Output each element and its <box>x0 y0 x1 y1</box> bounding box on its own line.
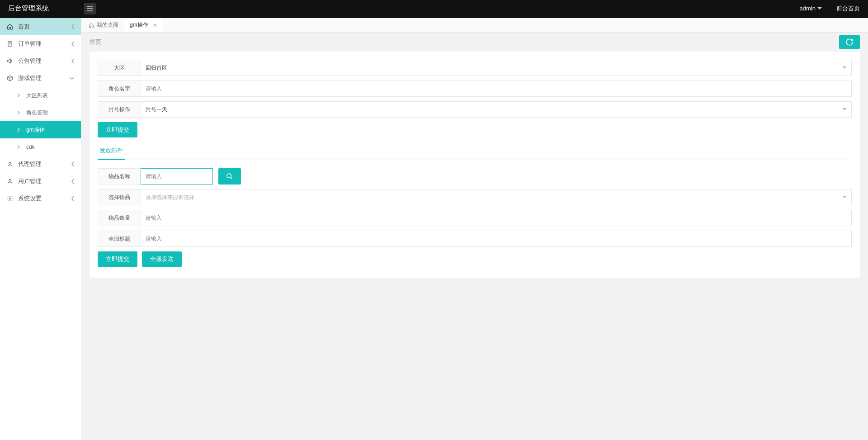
close-icon[interactable]: ✕ <box>153 22 157 28</box>
svg-point-1 <box>9 162 11 164</box>
tab-bar: 我的桌面 gm操作 ✕ <box>81 18 868 33</box>
main-area: 我的桌面 gm操作 ✕ 首页 大区 回归首区 角色名字 <box>81 18 868 440</box>
sidebar-item-label: 首页 <box>18 23 30 31</box>
chevron-right-icon <box>17 128 23 132</box>
user-icon <box>6 161 14 167</box>
tab-label: 我的桌面 <box>97 21 118 29</box>
row-title: 全服标题 <box>98 231 852 247</box>
tab-send-mail[interactable]: 发放邮件 <box>98 147 125 160</box>
sidebar-item-label: 代理管理 <box>18 160 42 168</box>
chevron-left-icon <box>71 161 75 167</box>
row-ban: 封号操作 封号一天 <box>98 101 852 118</box>
row-item-qty: 物品数量 <box>98 210 852 226</box>
chevron-down-icon <box>69 76 75 80</box>
submit-button-2[interactable]: 立即提交 <box>98 251 137 267</box>
sidebar-item-home[interactable]: 首页 <box>0 18 81 35</box>
user-menu[interactable]: admin <box>793 0 828 18</box>
app-title: 后台管理系统 <box>0 4 81 13</box>
label-item-name: 物品名称 <box>98 168 141 185</box>
label-region: 大区 <box>98 60 141 76</box>
search-icon <box>226 173 233 180</box>
chevron-left-icon <box>71 41 75 47</box>
svg-point-3 <box>9 198 11 199</box>
svg-point-4 <box>227 174 231 178</box>
sidebar-subitem-label: gm操作 <box>26 126 45 134</box>
chevron-left-icon <box>71 196 75 201</box>
breadcrumb: 首页 <box>90 38 101 46</box>
sidebar-item-user[interactable]: 用户管理 <box>0 173 81 190</box>
cube-icon <box>6 75 14 81</box>
row-select-item: 选择物品 直接选择或搜索选择 <box>98 189 852 205</box>
sidebar-item-label: 用户管理 <box>18 177 42 185</box>
input-title[interactable] <box>146 231 847 246</box>
input-item-name[interactable] <box>146 169 208 184</box>
menu-icon <box>87 6 93 11</box>
sidebar-subitem-cdk[interactable]: cdk <box>0 138 81 156</box>
sidebar: 首页 订单管理 公告管理 游戏管理 大区列表 角色管理 gm操作 cdk 代理管… <box>0 18 81 440</box>
select-region[interactable]: 回归首区 <box>141 60 852 76</box>
submit-button-1[interactable]: 立即提交 <box>98 122 137 137</box>
sidebar-subitem-gm-op[interactable]: gm操作 <box>0 121 81 138</box>
label-select-item: 选择物品 <box>98 189 141 205</box>
sidebar-item-agent[interactable]: 代理管理 <box>0 156 81 173</box>
input-title-wrap <box>141 231 852 247</box>
svg-point-2 <box>9 179 11 181</box>
sidebar-subitem-region-list[interactable]: 大区列表 <box>0 87 81 104</box>
sidebar-item-game[interactable]: 游戏管理 <box>0 70 81 87</box>
chevron-left-icon <box>71 24 75 29</box>
sidebar-item-orders[interactable]: 订单管理 <box>0 35 81 52</box>
sidebar-item-label: 系统设置 <box>18 194 42 203</box>
document-icon <box>6 41 14 47</box>
chevron-right-icon <box>17 93 23 98</box>
speaker-icon <box>6 58 14 64</box>
label-title: 全服标题 <box>98 231 141 247</box>
select-placeholder: 直接选择或搜索选择 <box>146 194 194 201</box>
tab-label: gm操作 <box>130 21 148 29</box>
sidebar-item-system[interactable]: 系统设置 <box>0 190 81 207</box>
topbar: 后台管理系统 admin 前台首页 <box>0 0 868 18</box>
label-item-qty: 物品数量 <box>98 210 141 226</box>
sidebar-item-label: 游戏管理 <box>18 74 42 82</box>
select-ban[interactable]: 封号一天 <box>141 101 852 118</box>
row-item-name: 物品名称 <box>98 168 852 185</box>
refresh-button[interactable] <box>839 35 860 49</box>
row-character: 角色名字 <box>98 80 852 97</box>
input-character[interactable] <box>146 81 847 96</box>
tab-desktop[interactable]: 我的桌面 <box>83 18 124 32</box>
chevron-left-icon <box>71 179 75 184</box>
caret-down-icon <box>842 108 847 111</box>
search-button[interactable] <box>218 168 241 185</box>
select-item[interactable]: 直接选择或搜索选择 <box>141 189 852 205</box>
sidebar-item-label: 订单管理 <box>18 40 42 48</box>
select-value: 封号一天 <box>146 106 167 114</box>
sidebar-subitem-label: cdk <box>26 144 35 150</box>
label-ban: 封号操作 <box>98 101 141 118</box>
front-home-label: 前台首页 <box>836 5 860 13</box>
user-icon <box>6 178 14 185</box>
select-value: 回归首区 <box>146 64 167 72</box>
input-item-name-wrap <box>141 168 213 185</box>
front-home-link[interactable]: 前台首页 <box>828 0 868 18</box>
sidebar-item-announce[interactable]: 公告管理 <box>0 52 81 70</box>
user-name: admin <box>800 5 816 12</box>
sidebar-item-label: 公告管理 <box>18 57 42 65</box>
chevron-right-icon <box>17 145 23 149</box>
chevron-left-icon <box>71 58 75 64</box>
tab-gm-op[interactable]: gm操作 ✕ <box>124 18 163 32</box>
inner-tab-bar: 发放邮件 <box>98 147 852 160</box>
sidebar-subitem-label: 角色管理 <box>26 109 48 117</box>
sidebar-subitem-role-mgmt[interactable]: 角色管理 <box>0 104 81 121</box>
caret-down-icon <box>817 7 822 10</box>
row-region: 大区 回归首区 <box>98 60 852 76</box>
input-item-qty[interactable] <box>146 210 847 226</box>
label-character: 角色名字 <box>98 80 141 97</box>
home-icon <box>6 24 14 30</box>
breadcrumb-row: 首页 <box>81 33 868 52</box>
chevron-right-icon <box>17 110 23 115</box>
sidebar-toggle-button[interactable] <box>84 3 96 14</box>
refresh-icon <box>845 38 854 46</box>
send-all-button[interactable]: 全服发送 <box>142 251 182 267</box>
input-character-wrap <box>141 80 852 97</box>
caret-down-icon <box>842 66 847 69</box>
input-item-qty-wrap <box>141 210 852 226</box>
